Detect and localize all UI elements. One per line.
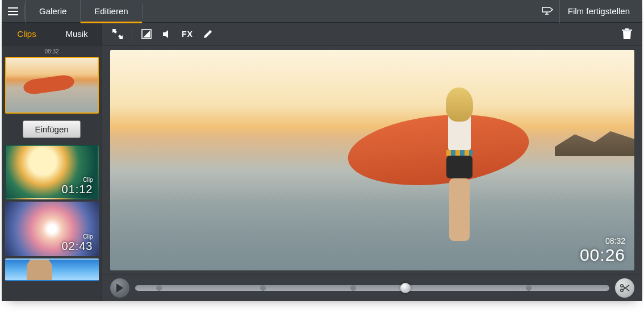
- timeline-mark: [350, 285, 356, 291]
- preview-container: 08:32 00:26: [102, 45, 642, 274]
- cut-button[interactable]: [615, 278, 634, 298]
- clip-thumbnail[interactable]: Clip 01:12: [5, 145, 99, 199]
- play-icon: [116, 283, 124, 293]
- export-icon: [542, 6, 554, 16]
- video-preview[interactable]: 08:32 00:26: [110, 50, 634, 270]
- top-nav: Galerie Editieren Film fertigstellen: [2, 0, 642, 23]
- trash-icon: [622, 28, 632, 40]
- timeline-playhead[interactable]: [400, 283, 411, 293]
- clip-thumbnail-selected[interactable]: [5, 57, 99, 114]
- timeline-mark: [260, 285, 266, 291]
- tab-edit[interactable]: Editieren: [80, 0, 141, 23]
- playback-bar: [102, 274, 642, 301]
- time-overlay: 08:32 00:26: [580, 236, 625, 265]
- finish-movie-button[interactable]: Film fertigstellen: [559, 0, 642, 23]
- sidebar: Clips Musik 08:32 Einfügen Clip 01:12: [2, 23, 102, 301]
- volume-icon: [162, 29, 172, 39]
- insert-button[interactable]: Einfügen: [23, 120, 80, 138]
- editor-panel: FX: [102, 23, 642, 301]
- clip-list: Einfügen Clip 01:12 Clip 02:43: [2, 57, 102, 301]
- sidebar-tabs: Clips Musik: [2, 23, 102, 45]
- divider: [132, 27, 132, 41]
- clip-duration: 01:12: [61, 183, 93, 196]
- hamburger-icon: [8, 7, 18, 15]
- draw-button[interactable]: [198, 24, 218, 44]
- total-time: 08:32: [580, 236, 625, 245]
- sidebar-tab-music[interactable]: Musik: [52, 23, 102, 45]
- app-window: Galerie Editieren Film fertigstellen Cli…: [2, 0, 642, 301]
- volume-button[interactable]: [157, 24, 177, 44]
- timeline-mark: [156, 285, 162, 291]
- selected-clip-time: 08:32: [2, 45, 102, 57]
- crop-button[interactable]: [137, 24, 156, 44]
- pencil-icon: [203, 29, 213, 39]
- tab-gallery[interactable]: Galerie: [25, 0, 80, 23]
- sidebar-tab-clips[interactable]: Clips: [2, 23, 52, 45]
- export-button[interactable]: [537, 0, 559, 23]
- play-button[interactable]: [110, 278, 129, 298]
- menu-button[interactable]: [2, 0, 24, 23]
- divider: [142, 4, 143, 19]
- scissors-icon: [620, 283, 630, 293]
- clip-thumbnail[interactable]: [5, 258, 99, 281]
- fullscreen-button[interactable]: [108, 24, 127, 44]
- fullscreen-icon: [112, 29, 123, 39]
- clip-duration: 02:43: [61, 240, 93, 253]
- clip-type-label: Clip: [61, 177, 93, 183]
- clip-thumbnail[interactable]: Clip 02:43: [5, 202, 99, 256]
- fx-button[interactable]: FX: [178, 24, 197, 44]
- current-time: 00:26: [580, 245, 625, 265]
- delete-button[interactable]: [617, 24, 637, 44]
- editor-toolbar: FX: [102, 23, 642, 45]
- crop-icon: [141, 29, 152, 39]
- clip-type-label: Clip: [61, 233, 93, 240]
- timeline-mark: [526, 285, 532, 291]
- timeline-scrubber[interactable]: [135, 285, 609, 291]
